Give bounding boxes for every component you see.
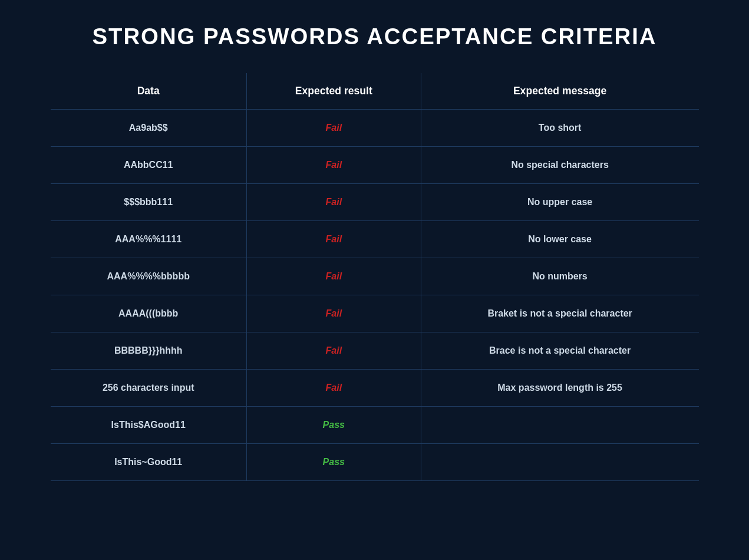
cell-result: Fail [246, 295, 421, 332]
cell-data: 256 characters input [51, 370, 247, 407]
cell-result: Fail [246, 258, 421, 295]
cell-message: Brace is not a special character [421, 332, 698, 370]
col-header-data: Data [51, 73, 247, 110]
cell-message: No numbers [421, 258, 698, 295]
cell-data: IsThis$AGood11 [51, 407, 247, 444]
table-row: AAA%%%1111FailNo lower case [51, 221, 699, 258]
table-row: IsThis$AGood11Pass [51, 407, 699, 444]
cell-result: Fail [246, 184, 421, 221]
cell-data: AAbbCC11 [51, 147, 247, 184]
cell-message: Max password length is 255 [421, 370, 698, 407]
table-row: BBBBB}}}hhhhFailBrace is not a special c… [51, 332, 699, 370]
cell-data: AAA%%%%bbbbb [51, 258, 247, 295]
table-row: IsThis~Good11Pass [51, 444, 699, 481]
cell-result: Fail [246, 370, 421, 407]
table-row: AAA%%%%bbbbbFailNo numbers [51, 258, 699, 295]
cell-data: BBBBB}}}hhhh [51, 332, 247, 370]
table-row: AAAA(((bbbbFailBraket is not a special c… [51, 295, 699, 332]
cell-data: AAA%%%1111 [51, 221, 247, 258]
table-row: AAbbCC11FailNo special characters [51, 147, 699, 184]
cell-message: No special characters [421, 147, 698, 184]
cell-result: Fail [246, 147, 421, 184]
col-header-message: Expected message [421, 73, 698, 110]
cell-result: Pass [246, 444, 421, 481]
cell-message: Braket is not a special character [421, 295, 698, 332]
table-row: $$$bbb111FailNo upper case [51, 184, 699, 221]
cell-message: No lower case [421, 221, 698, 258]
cell-message: No upper case [421, 184, 698, 221]
criteria-table: Data Expected result Expected message Aa… [51, 73, 699, 481]
cell-message [421, 444, 698, 481]
table-row: Aa9ab$$FailToo short [51, 110, 699, 147]
cell-result: Fail [246, 221, 421, 258]
cell-data: $$$bbb111 [51, 184, 247, 221]
cell-data: Aa9ab$$ [51, 110, 247, 147]
cell-message: Too short [421, 110, 698, 147]
cell-result: Fail [246, 332, 421, 370]
cell-data: AAAA(((bbbb [51, 295, 247, 332]
page-title: STRONG PASSWORDS ACCEPTANCE CRITERIA [93, 24, 657, 50]
table-container: Data Expected result Expected message Aa… [51, 73, 699, 481]
cell-result: Fail [246, 110, 421, 147]
cell-message [421, 407, 698, 444]
cell-result: Pass [246, 407, 421, 444]
col-header-result: Expected result [246, 73, 421, 110]
cell-data: IsThis~Good11 [51, 444, 247, 481]
table-row: 256 characters inputFailMax password len… [51, 370, 699, 407]
